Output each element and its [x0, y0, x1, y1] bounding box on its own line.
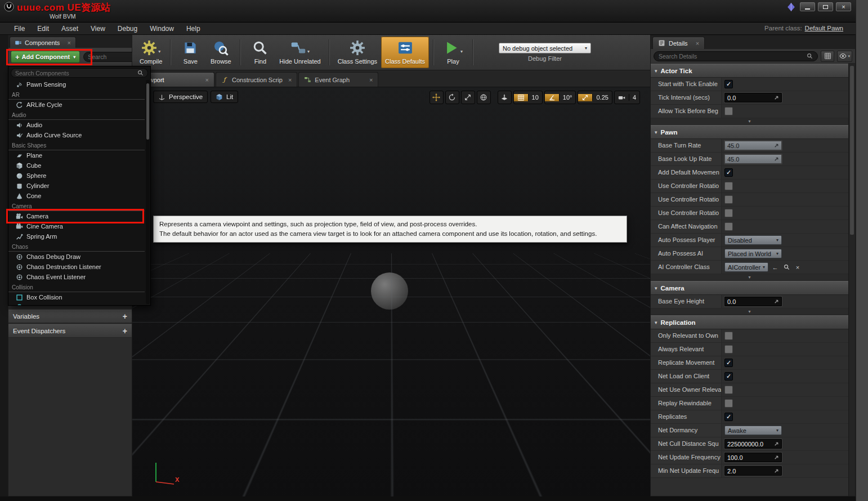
- net-cull-distance-squ-field[interactable]: 225000000.0: [724, 439, 782, 449]
- maximize-button[interactable]: [818, 2, 833, 11]
- tab-construction-scrip[interactable]: Construction Scrip×: [216, 72, 297, 87]
- scale-tool-button[interactable]: [461, 91, 475, 104]
- advanced-expander[interactable]: ▾: [651, 308, 848, 315]
- close-button[interactable]: ×: [836, 2, 851, 11]
- coordinate-system-button[interactable]: [477, 91, 491, 104]
- component-item-box-collision[interactable]: Box Collision: [8, 292, 145, 302]
- debug-object-dropdown[interactable]: No debug object selected ▾: [499, 43, 591, 53]
- tick-interval-secs-field[interactable]: 0.0: [724, 93, 782, 102]
- scale-snap-value[interactable]: 0.25: [592, 94, 611, 101]
- tab-event-graph[interactable]: Event Graph×: [298, 72, 378, 87]
- menu-asset[interactable]: Asset: [55, 23, 84, 34]
- hide-unrelated-button[interactable]: ▾Hide Unrelated: [275, 37, 324, 68]
- rotate-tool-button[interactable]: [445, 91, 459, 104]
- section-header-pawn[interactable]: ▾Pawn: [651, 125, 848, 139]
- close-icon[interactable]: ×: [205, 77, 209, 83]
- component-item-cine-camera[interactable]: Cine Camera: [8, 221, 145, 231]
- details-search-box[interactable]: [654, 51, 818, 61]
- surface-snap-button[interactable]: [498, 91, 512, 104]
- component-category-basic-shapes[interactable]: Basic Shapes: [8, 141, 145, 150]
- scrollbar-thumb[interactable]: [146, 83, 149, 140]
- can-affect-navigation-checkbox[interactable]: [724, 222, 733, 231]
- menu-view[interactable]: View: [84, 23, 111, 34]
- component-item-audio-curve-source[interactable]: Audio Curve Source: [8, 130, 145, 140]
- tab-details[interactable]: Details ×: [652, 37, 705, 49]
- menu-debug[interactable]: Debug: [111, 23, 144, 34]
- menu-help[interactable]: Help: [180, 23, 207, 34]
- lit-mode-button[interactable]: Lit: [211, 91, 238, 103]
- component-category-chaos[interactable]: Chaos: [8, 243, 145, 252]
- component-item-chaos-debug-draw[interactable]: Chaos Debug Draw: [8, 252, 145, 262]
- net-use-owner-releva-checkbox[interactable]: [724, 386, 733, 394]
- add-default-movemen-checkbox[interactable]: ✓: [724, 168, 733, 177]
- use-selected-icon[interactable]: ←: [771, 263, 780, 272]
- replicates-checkbox[interactable]: ✓: [724, 413, 733, 421]
- use-controller-rotatio-checkbox[interactable]: [724, 209, 733, 217]
- component-item-arlife-cycle[interactable]: ARLife Cycle: [8, 100, 145, 110]
- perspective-button[interactable]: Perspective: [153, 91, 208, 103]
- component-item-chaos-event-listener[interactable]: Chaos Event Listener: [8, 272, 145, 282]
- component-item-audio[interactable]: Audio: [8, 120, 145, 130]
- component-item-sphere[interactable]: Sphere: [8, 171, 145, 181]
- component-item-spring-arm[interactable]: Spring Arm: [8, 231, 145, 241]
- component-category-collision[interactable]: Collision: [8, 283, 145, 292]
- add-component-button[interactable]: + Add Component ▾: [11, 51, 80, 63]
- tab-components[interactable]: Components ×: [10, 37, 76, 48]
- minimize-button[interactable]: [800, 2, 815, 11]
- use-controller-rotatio-checkbox[interactable]: [724, 182, 733, 190]
- base-turn-rate-field[interactable]: 45.0: [724, 141, 782, 150]
- sphere-mesh[interactable]: [371, 272, 408, 310]
- allow-tick-before-beg-checkbox[interactable]: [724, 107, 733, 115]
- net-load-on-client-checkbox[interactable]: ✓: [724, 372, 733, 381]
- advanced-expander[interactable]: ▾: [651, 274, 848, 281]
- min-net-update-frequ-field[interactable]: 2.0: [724, 466, 782, 476]
- search-components-input[interactable]: [15, 70, 135, 77]
- component-item-chaos-destruction-listener[interactable]: Chaos Destruction Listener: [8, 262, 145, 272]
- browse-button[interactable]: Browse: [205, 37, 236, 68]
- component-item-cone[interactable]: Cone: [8, 191, 145, 201]
- replay-rewindable-checkbox[interactable]: [724, 399, 733, 408]
- view-options-button[interactable]: ▾: [837, 51, 852, 62]
- component-item-plane[interactable]: Plane: [8, 150, 145, 160]
- scrollbar[interactable]: [146, 80, 150, 304]
- section-header-replication[interactable]: ▾Replication: [651, 315, 848, 329]
- component-item-pawn-sensing[interactable]: Pawn Sensing: [8, 79, 145, 90]
- section-header-camera[interactable]: ▾Camera: [651, 281, 848, 295]
- base-look-up-rate-field[interactable]: 45.0: [724, 154, 782, 164]
- advanced-expander[interactable]: ▾: [651, 118, 848, 125]
- parent-class-link[interactable]: Default Pawn: [805, 25, 843, 32]
- component-category-audio[interactable]: Audio: [8, 111, 145, 120]
- always-relevant-checkbox[interactable]: [724, 345, 733, 354]
- use-controller-rotatio-checkbox[interactable]: [724, 195, 733, 204]
- search-components-box[interactable]: [11, 68, 148, 78]
- close-icon[interactable]: ×: [696, 40, 699, 47]
- clear-icon[interactable]: ×: [793, 263, 802, 272]
- close-icon[interactable]: ×: [67, 39, 70, 46]
- grid-snap-value[interactable]: 10: [528, 94, 542, 101]
- close-icon[interactable]: ×: [288, 77, 292, 83]
- myblueprint-section-variables[interactable]: Variables+: [8, 310, 132, 323]
- camera-speed-icon[interactable]: [615, 94, 629, 101]
- only-relevant-to-own-checkbox[interactable]: [724, 332, 733, 340]
- auto-possess-ai-dropdown[interactable]: Placed in World▾: [724, 249, 782, 258]
- menu-file[interactable]: File: [8, 23, 31, 34]
- start-with-tick-enable-checkbox[interactable]: ✓: [724, 80, 733, 88]
- find-button[interactable]: Find: [245, 37, 275, 68]
- component-item-camera[interactable]: Camera: [8, 211, 145, 221]
- base-eye-height-field[interactable]: 0.0: [724, 297, 782, 306]
- component-category-camera[interactable]: Camera: [8, 202, 145, 211]
- net-update-frequency-field[interactable]: 100.0: [724, 453, 782, 462]
- viewport-canvas[interactable]: Perspective Lit 10 10°: [132, 87, 650, 496]
- component-item-cylinder[interactable]: Cylinder: [8, 181, 145, 191]
- scrollbar[interactable]: [848, 64, 855, 496]
- myblueprint-section-event-dispatchers[interactable]: Event Dispatchers+: [8, 324, 132, 338]
- component-item-capsule-collision[interactable]: Capsule Collision: [8, 302, 145, 305]
- component-category-ar[interactable]: AR: [8, 91, 145, 100]
- add-variables-button[interactable]: +: [123, 312, 127, 320]
- ai-controller-class-dropdown[interactable]: AIController▾: [724, 262, 768, 272]
- add-event-dispatchers-button[interactable]: +: [123, 327, 127, 335]
- class-defaults-button[interactable]: Class Defaults: [381, 37, 429, 68]
- component-item-cube[interactable]: Cube: [8, 160, 145, 171]
- section-header-actor-tick[interactable]: ▾Actor Tick: [651, 64, 848, 78]
- class-settings-button[interactable]: Class Settings: [334, 37, 381, 68]
